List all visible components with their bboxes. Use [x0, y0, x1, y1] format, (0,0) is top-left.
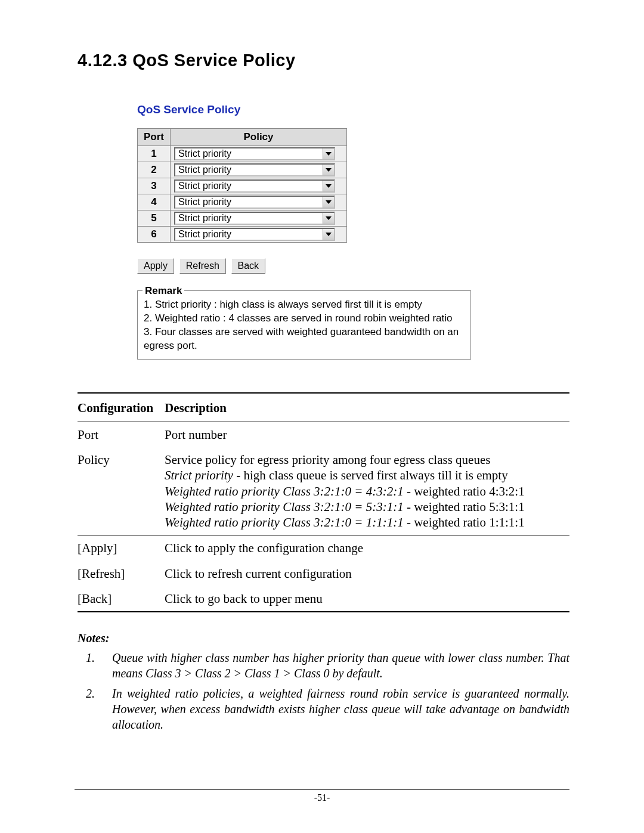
policy-line-italic: Weighted ratio priority Class 3:2:1:0 = … [165, 515, 404, 529]
remark-line: 2. Weighted ratio : 4 classes are served… [144, 312, 465, 326]
chevron-down-icon [323, 229, 334, 240]
port-policy-table: Port Policy 1Strict priority2Strict prio… [137, 128, 347, 243]
dropdown-value: Strict priority [175, 213, 234, 224]
port-number-cell: 6 [138, 227, 171, 243]
table-row: 4Strict priority [138, 194, 347, 210]
section-heading-number: 4.12.3 [78, 51, 128, 70]
cfg-value: Port number [165, 422, 569, 447]
ui-title: QoS Service Policy [137, 103, 471, 116]
configuration-description-table: Configuration Description Port Port numb… [78, 394, 569, 611]
cfg-key: [Apply] [78, 535, 165, 561]
table-header-row: Configuration Description [78, 394, 569, 422]
dropdown-value: Strict priority [175, 229, 234, 240]
cfg-key: Policy [78, 447, 165, 535]
apply-button[interactable]: Apply [137, 258, 174, 274]
policy-line: - weighted ratio 4:3:2:1 [404, 484, 525, 498]
policy-dropdown[interactable]: Strict priority [174, 163, 335, 176]
desc-header-config: Configuration [78, 394, 165, 422]
table-row: 2Strict priority [138, 162, 347, 178]
policy-line: - weighted ratio 5:3:1:1 [404, 500, 525, 514]
policy-cell: Strict priority [171, 162, 347, 178]
notes-item-text: In weighted ratio policies, a weighted f… [112, 686, 569, 732]
dropdown-value: Strict priority [175, 148, 234, 159]
notes-item-number: 1. [78, 650, 112, 681]
remark-line: 1. Strict priority : high class is alway… [144, 298, 465, 312]
notes-item-number: 2. [78, 686, 112, 732]
table-divider [78, 611, 569, 612]
policy-line: Service policy for egress priority among… [165, 453, 490, 467]
desc-header-desc: Description [165, 394, 569, 422]
table-row: 3Strict priority [138, 178, 347, 194]
col-header-port: Port [138, 129, 171, 146]
policy-line-italic: Weighted ratio priority Class 3:2:1:0 = … [165, 484, 404, 498]
policy-line-italic: Strict priority [165, 468, 233, 482]
dropdown-value: Strict priority [175, 197, 234, 208]
section-heading: 4.12.3 QoS Service Policy [78, 51, 569, 70]
svg-marker-1 [326, 168, 332, 172]
svg-marker-5 [326, 233, 332, 236]
notes-title: Notes: [78, 631, 569, 645]
table-row: [Apply] Click to apply the configuration… [78, 535, 569, 561]
table-row: 5Strict priority [138, 210, 347, 227]
svg-marker-4 [326, 216, 332, 220]
notes-item: 2. In weighted ratio policies, a weighte… [78, 686, 569, 732]
policy-dropdown[interactable]: Strict priority [174, 228, 335, 241]
cfg-key: Port [78, 422, 165, 447]
policy-line-italic: Weighted ratio priority Class 3:2:1:0 = … [165, 500, 404, 514]
policy-dropdown[interactable]: Strict priority [174, 147, 335, 160]
page-number: -51- [314, 792, 330, 803]
policy-cell: Strict priority [171, 146, 347, 162]
table-header-row: Port Policy [138, 129, 347, 146]
page: 4.12.3 QoS Service Policy QoS Service Po… [0, 0, 644, 833]
cfg-value: Click to refresh current configuration [165, 561, 569, 586]
port-number-cell: 3 [138, 178, 171, 194]
cfg-value: Service policy for egress priority among… [165, 447, 569, 535]
port-number-cell: 5 [138, 210, 171, 227]
table-row: [Back] Click to go back to upper menu [78, 586, 569, 611]
dropdown-value: Strict priority [175, 181, 234, 191]
port-number-cell: 4 [138, 194, 171, 210]
policy-cell: Strict priority [171, 178, 347, 194]
notes-item-text: Queue with higher class number has highe… [112, 650, 569, 681]
dropdown-value: Strict priority [175, 165, 234, 175]
chevron-down-icon [323, 197, 334, 208]
cfg-key: [Refresh] [78, 561, 165, 586]
policy-dropdown[interactable]: Strict priority [174, 196, 335, 209]
svg-marker-3 [326, 200, 332, 204]
remark-legend: Remark [143, 284, 184, 298]
chevron-down-icon [323, 181, 334, 191]
policy-dropdown[interactable]: Strict priority [174, 212, 335, 225]
policy-line: - high class queue is served first alway… [233, 468, 508, 482]
policy-cell: Strict priority [171, 194, 347, 210]
table-row: Policy Service policy for egress priorit… [78, 447, 569, 535]
remark-box: Remark 1. Strict priority : high class i… [137, 290, 471, 360]
cfg-value: Click to apply the configuration change [165, 535, 569, 561]
chevron-down-icon [323, 165, 334, 175]
back-button[interactable]: Back [231, 258, 266, 274]
table-row: 6Strict priority [138, 227, 347, 243]
embedded-ui-screenshot: QoS Service Policy Port Policy 1Strict p… [137, 103, 471, 360]
section-heading-text: QoS Service Policy [132, 51, 295, 70]
remark-line: 3. Four classes are served with weighted… [144, 326, 465, 353]
chevron-down-icon [323, 148, 334, 159]
table-row: Port Port number [78, 422, 569, 447]
notes-section: Notes: 1. Queue with higher class number… [78, 631, 569, 732]
policy-dropdown[interactable]: Strict priority [174, 179, 335, 193]
policy-cell: Strict priority [171, 227, 347, 243]
button-row: Apply Refresh Back [137, 258, 471, 274]
table-row: 1Strict priority [138, 146, 347, 162]
col-header-policy: Policy [171, 129, 347, 146]
refresh-button[interactable]: Refresh [179, 258, 226, 274]
cfg-key: [Back] [78, 586, 165, 611]
table-row: [Refresh] Click to refresh current confi… [78, 561, 569, 586]
svg-marker-2 [326, 184, 332, 188]
policy-line: - weighted ratio 1:1:1:1 [404, 515, 525, 529]
footer-divider [75, 789, 569, 790]
notes-item: 1. Queue with higher class number has hi… [78, 650, 569, 681]
cfg-value: Click to go back to upper menu [165, 586, 569, 611]
port-number-cell: 1 [138, 146, 171, 162]
port-number-cell: 2 [138, 162, 171, 178]
svg-marker-0 [326, 152, 332, 156]
chevron-down-icon [323, 213, 334, 224]
policy-cell: Strict priority [171, 210, 347, 227]
